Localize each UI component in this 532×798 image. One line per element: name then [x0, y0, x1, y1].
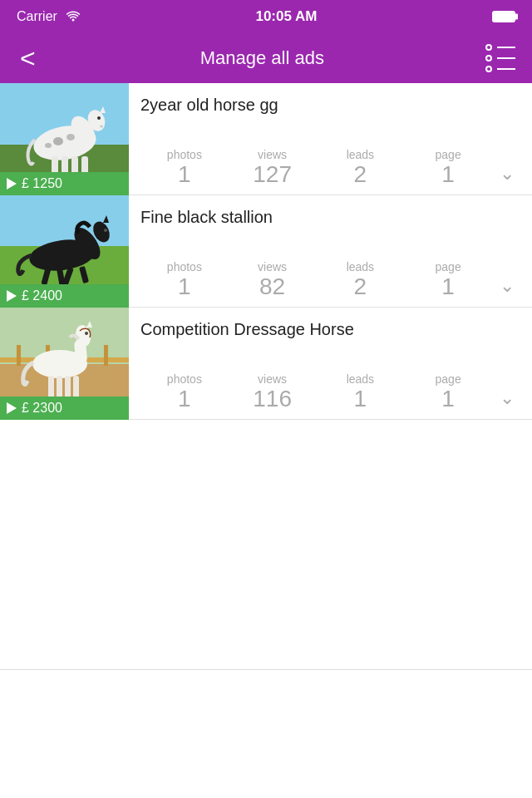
chevron-down-icon-1: ⌄: [500, 163, 515, 185]
line1: [497, 47, 515, 48]
price-2: £ 2400: [22, 288, 62, 303]
price-badge-3: £ 2300: [0, 397, 129, 420]
svg-marker-4: [100, 106, 106, 113]
dot1: [485, 44, 492, 51]
svg-point-19: [104, 229, 107, 232]
ad-info-3: Competition Dressage Horse photos 1 view…: [129, 308, 532, 419]
stat-page-2: page 1: [404, 260, 492, 298]
price-badge-1: £ 1250: [0, 172, 129, 195]
chevron-2[interactable]: ⌄: [492, 260, 522, 297]
ad-thumbnail-3: £ 2300: [0, 308, 129, 420]
stat-leads-1: leads 2: [317, 148, 405, 186]
list-filter-icon[interactable]: [482, 41, 519, 76]
ad-stats-3: photos 1 views 116 leads 1 page 1 ⌄: [140, 372, 522, 411]
dot3: [485, 66, 492, 72]
status-bar-time: 10:05 AM: [255, 8, 317, 25]
ad-title-1: 2year old horse gg: [140, 95, 522, 115]
stat-photos-1: photos 1: [140, 148, 229, 186]
wifi-icon: [66, 10, 81, 24]
svg-point-11: [53, 137, 63, 145]
svg-point-12: [66, 134, 75, 140]
dot2: [485, 55, 492, 62]
svg-rect-39: [73, 376, 79, 399]
status-bar-right: [492, 11, 515, 22]
svg-rect-30: [104, 345, 108, 366]
stat-leads-2: leads 2: [317, 260, 405, 298]
chevron-1[interactable]: ⌄: [492, 148, 522, 185]
stat-photos-3: photos 1: [140, 372, 229, 411]
stat-leads-3: leads 1: [317, 372, 405, 411]
ad-info-1: 2year old horse gg photos 1 views 127 le…: [129, 83, 532, 195]
line2: [497, 57, 515, 59]
header: < Manage all ads: [0, 33, 532, 83]
chevron-down-icon-3: ⌄: [500, 387, 515, 409]
carrier-label: Carrier: [17, 9, 57, 24]
battery-icon: [492, 11, 515, 22]
play-icon-2: [7, 290, 17, 302]
ad-stats-2: photos 1 views 82 leads 2 page 1 ⌄: [140, 260, 522, 298]
stat-page-3: page 1: [404, 372, 492, 411]
price-3: £ 2300: [22, 401, 62, 416]
play-icon-3: [7, 402, 17, 414]
line3: [497, 68, 515, 70]
svg-point-13: [45, 143, 52, 148]
stat-photos-2: photos 1: [140, 260, 229, 298]
svg-point-35: [85, 332, 88, 335]
ad-title-3: Competition Dressage Horse: [140, 319, 522, 339]
header-title: Manage all ads: [200, 47, 324, 69]
svg-marker-18: [103, 215, 109, 223]
play-icon-1: [7, 178, 17, 190]
chevron-3[interactable]: ⌄: [492, 372, 522, 409]
svg-rect-27: [17, 345, 21, 366]
ad-stats-1: photos 1 views 127 leads 2 page 1 ⌄: [140, 148, 522, 186]
stat-views-3: views 116: [229, 372, 317, 411]
ad-info-2: Fine black stallion photos 1 views 82 le…: [129, 195, 532, 307]
ad-thumbnail-1: £ 1250: [0, 83, 129, 195]
ad-item-1[interactable]: £ 1250 2year old horse gg photos 1 views…: [0, 83, 532, 195]
svg-point-5: [97, 116, 101, 120]
ad-title-2: Fine black stallion: [140, 207, 522, 227]
price-1: £ 1250: [22, 176, 62, 191]
back-button[interactable]: <: [13, 45, 42, 71]
stat-views-1: views 127: [229, 148, 317, 186]
status-bar: Carrier 10:05 AM: [0, 0, 532, 33]
chevron-down-icon-2: ⌄: [500, 275, 515, 297]
content-area: £ 1250 2year old horse gg photos 1 views…: [0, 83, 532, 798]
ad-item-2[interactable]: £ 2400 Fine black stallion photos 1 view…: [0, 195, 532, 308]
ad-thumbnail-2: £ 2400: [0, 195, 129, 308]
svg-point-6: [100, 126, 103, 128]
ad-item-3[interactable]: £ 2300 Competition Dressage Horse photos…: [0, 308, 532, 420]
empty-area: [0, 420, 532, 669]
stat-page-1: page 1: [404, 148, 492, 186]
bottom-divider: [0, 669, 532, 670]
status-bar-left: Carrier: [17, 9, 81, 24]
stat-views-2: views 82: [229, 260, 317, 298]
price-badge-2: £ 2400: [0, 284, 129, 308]
